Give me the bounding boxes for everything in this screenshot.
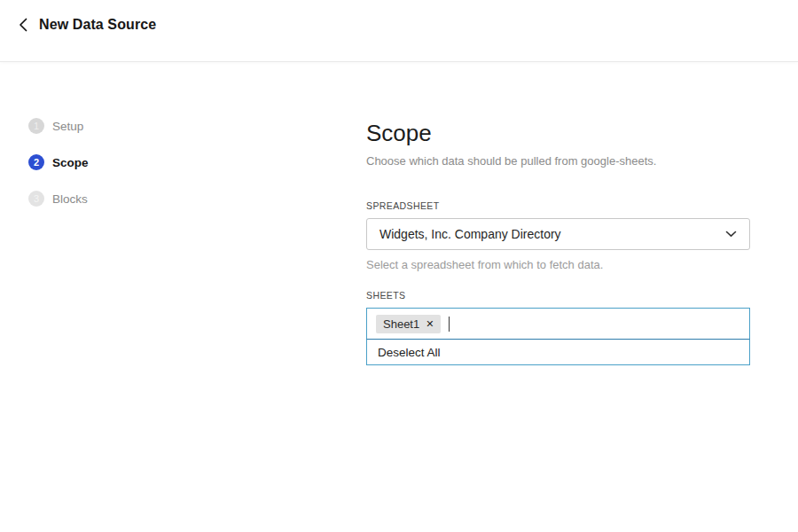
page-title: New Data Source [39, 17, 156, 33]
step-label: Scope [52, 156, 89, 169]
spreadsheet-label: SPREADSHEET [366, 200, 750, 211]
spreadsheet-field: SPREADSHEET Widgets, Inc. Company Direct… [366, 200, 750, 271]
chevron-down-icon [725, 231, 737, 238]
section-subtitle: Choose which data should be pulled from … [366, 154, 750, 168]
selected-sheet-chip: Sheet1 ✕ [376, 315, 441, 333]
sheets-dropdown-panel: Deselect All [366, 339, 750, 365]
wizard-steps: 1 Setup 2 Scope 3 Blocks [28, 118, 89, 227]
step-item-scope[interactable]: 2 Scope [28, 154, 89, 170]
header: New Data Source [0, 0, 798, 62]
main-content: Scope Choose which data should be pulled… [366, 121, 750, 365]
step-number-badge: 2 [28, 154, 44, 170]
section-title: Scope [366, 121, 750, 146]
step-number-badge: 1 [28, 118, 44, 134]
step-item-setup[interactable]: 1 Setup [28, 118, 89, 134]
step-item-blocks[interactable]: 3 Blocks [28, 191, 89, 207]
step-label: Setup [52, 120, 83, 133]
chip-label: Sheet1 [383, 317, 419, 331]
step-label: Blocks [52, 192, 88, 206]
text-cursor [449, 317, 450, 332]
step-number-badge: 3 [28, 191, 44, 207]
chevron-left-icon [19, 18, 28, 32]
spreadsheet-select-value: Widgets, Inc. Company Directory [379, 227, 561, 241]
spreadsheet-helper-text: Select a spreadsheet from which to fetch… [366, 258, 750, 271]
sheets-field: SHEETS Sheet1 ✕ Deselect All [366, 290, 750, 366]
back-button[interactable] [11, 12, 35, 37]
deselect-all-option[interactable]: Deselect All [367, 340, 749, 364]
sheets-multiselect-input[interactable]: Sheet1 ✕ [366, 308, 750, 340]
sheets-label: SHEETS [366, 290, 750, 301]
chip-remove-icon[interactable]: ✕ [426, 319, 434, 329]
spreadsheet-select[interactable]: Widgets, Inc. Company Directory [366, 218, 750, 250]
